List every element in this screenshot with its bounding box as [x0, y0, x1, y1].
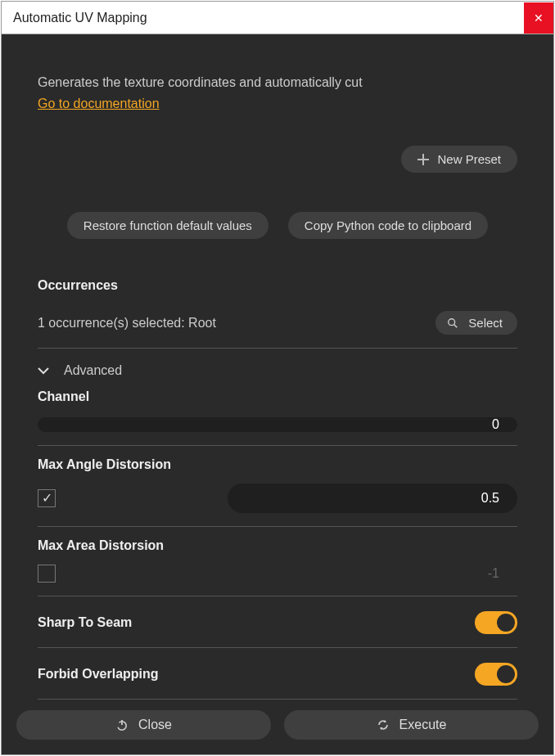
max-angle-input[interactable] [228, 484, 517, 513]
max-area-value: -1 [64, 566, 517, 581]
search-icon [447, 317, 458, 329]
forbid-overlap-toggle[interactable] [475, 663, 517, 686]
dialog-window: Automatic UV Mapping ✕ Generates the tex… [1, 1, 554, 755]
channel-input[interactable] [38, 417, 517, 432]
close-button[interactable]: Close [16, 710, 271, 740]
copy-python-button[interactable]: Copy Python code to clipboard [288, 212, 488, 239]
action-button-row: Restore function default values Copy Pyt… [38, 212, 517, 239]
advanced-label: Advanced [64, 363, 122, 378]
max-angle-checkbox[interactable] [38, 489, 56, 507]
execute-label: Execute [399, 718, 447, 732]
sharp-to-seam-toggle[interactable] [475, 611, 517, 634]
occurrences-summary: 1 occurrence(s) selected: Root [38, 316, 435, 331]
select-label: Select [468, 316, 503, 330]
max-angle-row [38, 484, 517, 513]
power-icon [115, 718, 129, 731]
chevron-down-icon [38, 367, 49, 375]
divider [38, 647, 517, 648]
divider [38, 526, 517, 527]
sharp-to-seam-row: Sharp To Seam [38, 611, 517, 634]
occurrences-label: Occurrences [38, 278, 517, 293]
titlebar: Automatic UV Mapping ✕ [2, 2, 553, 34]
refresh-icon [377, 718, 390, 731]
documentation-link[interactable]: Go to documentation [38, 97, 517, 111]
copy-python-label: Copy Python code to clipboard [305, 218, 472, 232]
divider [38, 348, 517, 349]
divider [38, 596, 517, 596]
forbid-overlap-label: Forbid Overlapping [38, 667, 475, 682]
plus-icon [417, 154, 429, 165]
footer: Close Execute [2, 710, 553, 754]
close-window-button[interactable]: ✕ [524, 2, 553, 34]
new-preset-label: New Preset [437, 152, 501, 166]
divider [38, 699, 517, 700]
svg-point-0 [449, 318, 455, 325]
max-area-row: -1 [38, 565, 517, 583]
max-area-label: Max Area Distorsion [38, 538, 517, 553]
sharp-to-seam-label: Sharp To Seam [38, 615, 475, 630]
preset-row: New Preset [38, 146, 517, 173]
new-preset-button[interactable]: New Preset [401, 146, 517, 173]
dialog-body: Generates the texture coordinates and au… [2, 34, 553, 710]
close-icon: ✕ [534, 11, 544, 25]
restore-defaults-label: Restore function default values [83, 218, 252, 232]
advanced-toggle[interactable]: Advanced [38, 363, 517, 378]
close-label: Close [138, 718, 172, 732]
restore-defaults-button[interactable]: Restore function default values [67, 212, 268, 239]
window-title: Automatic UV Mapping [13, 11, 524, 25]
forbid-overlap-row: Forbid Overlapping [38, 663, 517, 686]
max-area-checkbox[interactable] [38, 565, 56, 583]
description-text: Generates the texture coordinates and au… [38, 75, 517, 90]
divider [38, 445, 517, 446]
channel-label: Channel [38, 389, 517, 404]
max-angle-label: Max Angle Distorsion [38, 457, 517, 472]
svg-line-1 [454, 324, 458, 327]
select-occurrences-button[interactable]: Select [435, 311, 517, 335]
execute-button[interactable]: Execute [284, 710, 539, 740]
occurrences-row: 1 occurrence(s) selected: Root Select [38, 311, 517, 335]
